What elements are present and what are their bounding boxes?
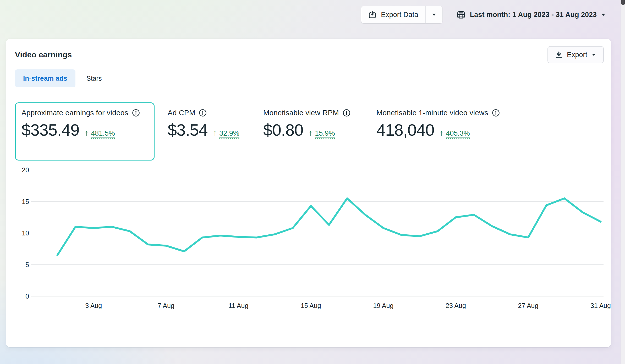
metric-label: Ad CPM	[168, 109, 195, 117]
up-arrow-icon: ↑	[85, 128, 89, 138]
metric-card-approximate-earnings[interactable]: Approximate earnings for videos $335.49 …	[15, 102, 155, 161]
scrollbar-thumb[interactable]	[621, 0, 625, 5]
metric-change-percent: 32.9%	[219, 129, 239, 139]
metric-change-percent: 481.5%	[91, 129, 115, 139]
x-axis-tick-label: 19 Aug	[373, 302, 393, 309]
metric-value: 418,040	[376, 120, 434, 139]
earnings-line-series	[57, 198, 601, 255]
x-axis-tick-label: 11 Aug	[228, 302, 248, 309]
metric-label: Monetisable view RPM	[263, 109, 339, 117]
y-axis-tick-label: 10	[22, 229, 29, 237]
export-button[interactable]: Export	[547, 46, 604, 63]
y-axis-tick-label: 20	[22, 166, 29, 174]
metric-card-monetisable-1-minute-video-views[interactable]: Monetisable 1-minute video views 418,040…	[376, 109, 500, 139]
chevron-down-icon	[592, 53, 596, 56]
x-axis-tick-label: 27 Aug	[518, 302, 539, 309]
x-axis-tick-label: 7 Aug	[158, 302, 174, 309]
chevron-down-icon	[432, 13, 436, 16]
info-icon[interactable]	[343, 109, 350, 117]
y-axis-tick-label: 5	[25, 261, 29, 268]
tab-in-stream-ads[interactable]: In-stream ads	[15, 69, 75, 87]
page-title: Video earnings	[15, 50, 72, 59]
metric-change[interactable]: ↑ 481.5%	[85, 128, 115, 139]
metric-change[interactable]: ↑ 405.3%	[440, 128, 470, 139]
export-data-caret-button[interactable]	[426, 6, 442, 23]
metric-card-ad-cpm[interactable]: Ad CPM $3.54 ↑ 32.9%	[168, 109, 239, 139]
metric-label: Approximate earnings for videos	[21, 109, 128, 117]
date-range-selector[interactable]: Last month: 1 Aug 2023 - 31 Aug 2023	[457, 10, 606, 19]
up-arrow-icon: ↑	[213, 128, 217, 138]
x-axis-tick-label: 3 Aug	[85, 302, 102, 309]
up-arrow-icon: ↑	[440, 128, 444, 138]
x-axis-tick-label: 31 Aug	[590, 302, 611, 309]
info-icon[interactable]	[132, 109, 140, 117]
export-data-button[interactable]: Export Data	[361, 6, 426, 23]
calendar-icon	[457, 10, 465, 19]
metric-change-percent: 405.3%	[446, 129, 470, 139]
download-tray-icon	[368, 11, 376, 19]
y-axis-tick-label: 15	[22, 198, 29, 205]
topbar: Export Data Last month: 1 Aug 2023 - 31 …	[361, 6, 606, 23]
tab-stars[interactable]: Stars	[78, 69, 111, 87]
metric-change-percent: 15.9%	[315, 129, 335, 139]
earnings-chart[interactable]: 051015203 Aug7 Aug11 Aug15 Aug19 Aug23 A…	[6, 162, 611, 314]
card-header: Video earnings Export	[15, 46, 604, 63]
metric-label: Monetisable 1-minute video views	[376, 109, 488, 117]
metric-change[interactable]: ↑ 32.9%	[213, 128, 239, 139]
export-label: Export	[567, 51, 587, 59]
download-icon	[555, 51, 562, 58]
video-earnings-card: Video earnings Export In-stream ads Star…	[6, 39, 611, 347]
metric-card-monetisable-view-rpm[interactable]: Monetisable view RPM $0.80 ↑ 15.9%	[263, 109, 350, 139]
date-range-label: Last month: 1 Aug 2023 - 31 Aug 2023	[470, 11, 597, 19]
y-axis-tick-label: 0	[25, 293, 29, 300]
up-arrow-icon: ↑	[309, 128, 313, 138]
x-axis-tick-label: 15 Aug	[301, 302, 321, 309]
metric-change[interactable]: ↑ 15.9%	[309, 128, 335, 139]
export-data-button-group: Export Data	[361, 6, 442, 23]
export-data-label: Export Data	[381, 11, 418, 19]
metric-value: $335.49	[21, 120, 79, 139]
info-icon[interactable]	[492, 109, 500, 117]
metric-value: $0.80	[263, 120, 303, 139]
chevron-down-icon	[601, 13, 606, 16]
tabs: In-stream ads Stars	[15, 69, 111, 87]
scrollbar-track[interactable]	[621, 0, 625, 364]
info-icon[interactable]	[199, 109, 207, 117]
metric-value: $3.54	[168, 120, 208, 139]
x-axis-tick-label: 23 Aug	[446, 302, 466, 309]
